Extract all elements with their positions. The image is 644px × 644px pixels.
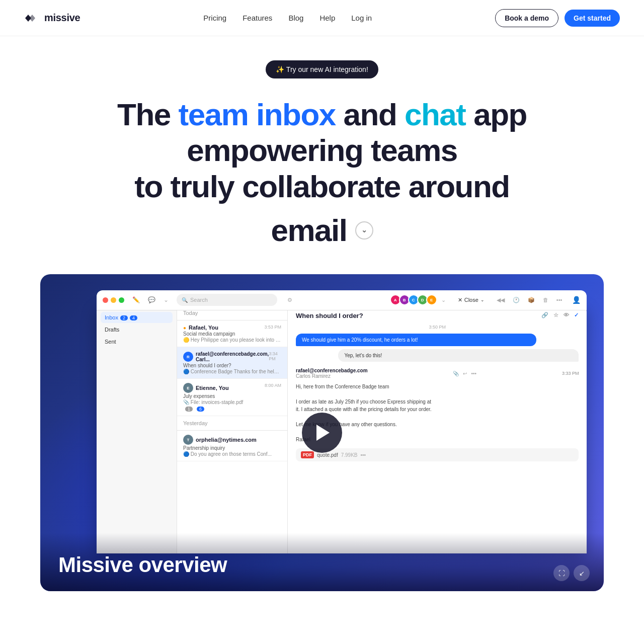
video-title: Missive overview (58, 553, 586, 577)
list-header-yesterday: Yesterday (177, 416, 287, 431)
attachment-name: quote.pdf (317, 452, 338, 458)
badge-1: 1 (185, 407, 193, 412)
email-list: Today ● Rafael, You 3:53 PM Social media… (177, 306, 288, 553)
toolbar-edit-icon: ✏️ (132, 296, 140, 303)
nav-features[interactable]: Features (243, 14, 272, 22)
email-item-2[interactable]: R rafael@conferencebadge.com, Carl... 3:… (177, 347, 287, 379)
email-dropdown-caret[interactable]: ⌄ (355, 221, 373, 239)
hero-section: ✨ Try our new AI integration! The team i… (0, 36, 644, 264)
email-item-4[interactable]: T orphelia@nytimes.com Partnership inqui… (177, 431, 287, 461)
nav-pricing[interactable]: Pricing (203, 14, 226, 22)
email-preview-3: 📎 File: invoices-staple.pdf (183, 399, 281, 405)
description-section: We redesigned the inbox with a business-… (0, 621, 644, 644)
email-preview-4: 🔵 Do you agree on those terms Conf... (183, 451, 281, 457)
minimize-dot (111, 297, 116, 303)
collapse-button[interactable]: ↙ (574, 565, 590, 581)
get-started-button[interactable]: Get started (565, 10, 620, 27)
content-subject: When should I order? (296, 312, 363, 319)
user-avatars: A B C D E ⌄ (393, 294, 446, 305)
badge-6: 6 (197, 407, 204, 412)
message-1: We should give him a 20% discount, he or… (296, 334, 536, 346)
check-icon: ✓ (574, 312, 579, 319)
inbox-badge1: 2 (120, 315, 128, 320)
window-dots (103, 297, 124, 303)
nav-actions: Book a demo Get started (495, 9, 620, 27)
email-name-3: Etienne, You (196, 385, 229, 391)
app-toolbar: ✏️ 💬 ⌄ 🔍 Search ⚙ A B C D E ⌄ ✕ Close ⌄ … (97, 290, 587, 310)
toolbar-archive-icon: 📦 (528, 297, 535, 303)
message-timestamp: 3:50 PM (296, 325, 579, 330)
sidebar-inbox: Inbox24 (101, 312, 173, 323)
email-sender-name: Carlos Ramirez (296, 373, 368, 379)
share-icon: 🔗 (541, 312, 548, 319)
toolbar-person-icon: 👤 (572, 296, 581, 304)
content-header: When should I order? 🔗 ☆ 👁 ✓ (296, 312, 579, 319)
chevron-down-icon: ⌄ (480, 297, 485, 302)
email-name-4: orphelia@nytimes.com (196, 437, 257, 443)
sidebar-drafts: Drafts (101, 324, 173, 335)
forward-icon: ↩ (463, 371, 467, 376)
email-item-1[interactable]: ● Rafael, You 3:53 PM Social media campa… (177, 320, 287, 347)
more-icon: ••• (471, 371, 476, 376)
nav-links: Pricing Features Blog Help Log in (203, 14, 372, 22)
attachment-size: 7.99KB (341, 452, 358, 458)
email-time-2: 3:34 PM (269, 351, 281, 361)
toolbar-close-label: ✕ Close ⌄ (458, 297, 485, 303)
attachment-more: ••• (361, 452, 366, 458)
description-text: We redesigned the inbox with a business-… (146, 641, 498, 644)
view-icon: 👁 (564, 312, 569, 319)
close-dot (103, 297, 108, 303)
sidebar-sent: Sent (101, 336, 173, 347)
email-time-3: 8:00 AM (265, 383, 281, 388)
email-preview-1: 🟡 Hey Philippe can you please look into … (183, 337, 281, 343)
hero-email: email (271, 212, 347, 248)
video-wrapper[interactable]: ✏️ 💬 ⌄ 🔍 Search ⚙ A B C D E ⌄ ✕ Close ⌄ … (40, 274, 604, 591)
avatar-5: E (426, 294, 437, 305)
toolbar-filter-icon: ⚙ (287, 297, 292, 303)
email-attachment: PDF quote.pdf 7.99KB ••• (296, 448, 579, 461)
hero-second-line: to truly collaborate around email ⌄ (96, 169, 548, 249)
book-demo-button[interactable]: Book a demo (495, 9, 558, 27)
fullscreen-button[interactable]: ⛶ (553, 565, 570, 581)
play-button[interactable] (302, 413, 342, 453)
play-icon (316, 425, 330, 441)
hero-collaborate: collaborate (242, 169, 400, 204)
email-subject-1: Social media campaign (183, 331, 281, 337)
hero-around: around (409, 169, 510, 204)
logo-icon (24, 13, 40, 24)
nav-blog[interactable]: Blog (288, 14, 303, 22)
toolbar-chevron-icon: ⌄ (164, 296, 169, 303)
email-content-time: 3:33 PM (562, 371, 579, 376)
hero-chat: chat (405, 97, 465, 132)
video-title-overlay: Missive overview (40, 533, 604, 591)
ai-banner[interactable]: ✨ Try our new AI integration! (266, 60, 378, 78)
reply-icon: 📎 (453, 371, 459, 376)
logo[interactable]: missive (24, 12, 80, 24)
toolbar-chevron-icon2: ⌄ (441, 297, 446, 303)
email-name-1: Rafael, You (189, 325, 218, 331)
email-time-1: 3:53 PM (264, 325, 281, 330)
logo-text: missive (44, 12, 80, 24)
toolbar-compose-icon: 💬 (148, 296, 155, 303)
pdf-icon: PDF (301, 451, 314, 458)
email-item-3[interactable]: E Etienne, You 8:00 AM July expenses 📎 F… (177, 379, 287, 416)
email-from: rafael@conferencebadge.com (296, 368, 368, 373)
toolbar-delete-icon: 🗑 (543, 297, 548, 303)
toolbar-more-icon: ••• (556, 297, 562, 303)
star-icon: ☆ (553, 312, 558, 319)
email-preview-2: 🔵 Conference Badge Thanks for the help g… (183, 369, 281, 374)
search-icon: 🔍 (182, 297, 188, 303)
toolbar-search[interactable]: 🔍 Search (177, 294, 277, 306)
close-icon: ✕ (458, 297, 462, 303)
navigation: missive Pricing Features Blog Help Log i… (0, 0, 644, 36)
toolbar-back-icon: ◀◀ (497, 297, 505, 303)
hero-and: and (336, 97, 405, 132)
search-placeholder: Search (190, 297, 208, 303)
nav-help[interactable]: Help (319, 14, 335, 22)
nav-login[interactable]: Log in (351, 14, 372, 22)
email-name-2: rafael@conferencebadge.com, Carl... (196, 351, 269, 362)
inbox-badge2: 4 (130, 315, 137, 320)
message-2: Yep, let's do this! (338, 349, 579, 362)
app-sidebar: Inbox24 Drafts Sent (97, 306, 177, 553)
email-subject-2: When should I order? (183, 363, 281, 368)
